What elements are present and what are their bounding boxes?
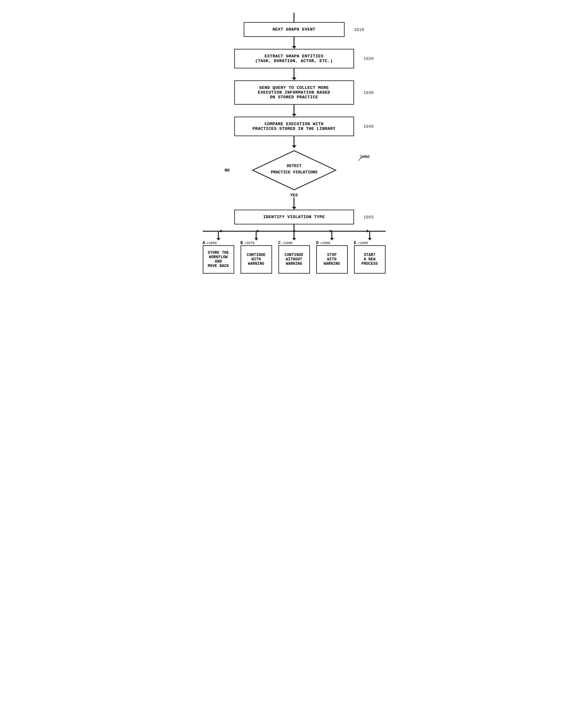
branch-d-stem xyxy=(331,232,332,238)
arrow-3 xyxy=(294,105,294,114)
branch-a-letter: A xyxy=(203,240,205,245)
branch-e-text: STARTA NEWPROCESS xyxy=(361,253,378,266)
branch-b-text: CONTINUEWITHWARNING xyxy=(247,253,266,266)
branch-d-wrapper: D ↗1090 STOPWITHWARNING xyxy=(316,232,348,274)
arrow-e xyxy=(368,238,372,240)
arrow-5 xyxy=(294,198,294,207)
extract-graph-wrapper: EXTRACT GRAPH ENTITIES(TASK, DURATION, A… xyxy=(234,49,354,68)
branch-a-stem xyxy=(218,232,219,238)
branch-b-box: CONTINUEWITHWARNING xyxy=(240,245,272,274)
branch-e-letter: E xyxy=(354,240,357,245)
branch-a-wrapper: A ↗1060 STORE THEWORKFLOW ANDMOVE BACK xyxy=(203,232,234,274)
no-label: NO xyxy=(225,168,230,173)
branch-c-ref: ↗1080 xyxy=(282,241,292,245)
branch-a-header: A ↗1060 xyxy=(203,240,217,245)
branch-c-wrapper: C ↗1080 CONTINUEWITHOUTWARNING xyxy=(278,232,310,274)
send-query-wrapper: SEND QUERY TO COLLECT MOREEXECUTION INFO… xyxy=(234,80,354,105)
identify-violation-box: IDENTIFY VIOLATION TYPE 1055 xyxy=(234,210,354,225)
branch-d-text: STOPWITHWARNING xyxy=(323,253,340,266)
identify-violation-text: IDENTIFY VIOLATION TYPE xyxy=(263,215,325,219)
arrow-1 xyxy=(294,37,294,46)
arrow-d xyxy=(330,238,334,240)
yes-label: YES xyxy=(290,193,298,198)
arrow-c xyxy=(292,238,296,240)
branch-b-wrapper: B ↗1070 CONTINUEWITHWARNING xyxy=(240,232,272,274)
send-query-box: SEND QUERY TO COLLECT MOREEXECUTION INFO… xyxy=(234,80,354,105)
next-graph-event-wrapper: NEXT GRAPH EVENT 1010 xyxy=(244,22,344,37)
branch-d-ref: ↗1090 xyxy=(320,241,330,245)
diamond-section: NO DETECT PRACTICE VIOLATIONS 1050 xyxy=(215,148,373,192)
branch-section: A ↗1060 STORE THEWORKFLOW ANDMOVE BACK B… xyxy=(196,225,392,274)
branch-c-box: CONTINUEWITHOUTWARNING xyxy=(278,245,310,274)
extract-graph-text: EXTRACT GRAPH ENTITIES(TASK, DURATION, A… xyxy=(255,54,333,63)
extract-graph-box: EXTRACT GRAPH ENTITIES(TASK, DURATION, A… xyxy=(234,49,354,68)
arrow-b xyxy=(254,238,258,240)
branch-c-stem xyxy=(294,232,294,238)
branch-e-header: E ↗1095 xyxy=(354,240,368,245)
ref-curve-1050 xyxy=(356,153,372,162)
branch-c-text: CONTINUEWITHOUTWARNING xyxy=(285,253,303,266)
diamond-svg: DETECT PRACTICE VIOLATIONS xyxy=(250,148,338,192)
branch-d-letter: D xyxy=(316,240,319,245)
branch-b-ref: ↗1070 xyxy=(244,241,254,245)
branch-d-box: STOPWITHWARNING xyxy=(316,245,348,274)
next-graph-event-box: NEXT GRAPH EVENT 1010 xyxy=(244,22,344,37)
branch-d-header: D ↗1090 xyxy=(316,240,331,245)
branch-e-wrapper: E ↗1095 STARTA NEWPROCESS xyxy=(354,232,385,274)
identify-violation-wrapper: IDENTIFY VIOLATION TYPE 1055 xyxy=(234,210,354,225)
branch-c-header: C ↗1080 xyxy=(278,240,293,245)
branch-b-stem xyxy=(256,232,257,238)
ref-1055: 1055 xyxy=(363,215,374,219)
svg-text:PRACTICE VIOLATIONS: PRACTICE VIOLATIONS xyxy=(271,170,317,175)
branch-b-letter: B xyxy=(240,240,243,245)
compare-execution-text: COMPARE EXECUTION WITHPRACTICES STORED I… xyxy=(253,122,336,131)
send-query-text: SEND QUERY TO COLLECT MOREEXECUTION INFO… xyxy=(258,85,331,100)
branch-c-letter: C xyxy=(278,240,281,245)
branch-e-ref: ↗1095 xyxy=(358,241,368,245)
branch-a-box: STORE THEWORKFLOW ANDMOVE BACK xyxy=(203,245,234,274)
arrow-a xyxy=(216,238,220,240)
bottom-branches: A ↗1060 STORE THEWORKFLOW ANDMOVE BACK B… xyxy=(203,232,385,274)
branch-e-stem xyxy=(369,232,370,238)
arrow-2 xyxy=(294,68,294,78)
compare-execution-wrapper: COMPARE EXECUTION WITHPRACTICES STORED I… xyxy=(234,117,354,136)
ref-1040: 1040 xyxy=(363,124,374,129)
branch-e-box: STARTA NEWPROCESS xyxy=(354,245,385,274)
branch-a-ref: ↗1060 xyxy=(206,241,216,245)
branch-a-text: STORE THEWORKFLOW ANDMOVE BACK xyxy=(206,251,231,268)
branch-b-header: B ↗1070 xyxy=(240,240,255,245)
flowchart-container: NEXT GRAPH EVENT 1010 EXTRACT GRAPH ENTI… xyxy=(184,6,404,274)
svg-text:DETECT: DETECT xyxy=(287,164,301,168)
arrow-4 xyxy=(294,136,294,146)
branch-dot-b xyxy=(256,230,258,232)
ref-1020: 1020 xyxy=(363,57,374,61)
ref-tick-1010 xyxy=(344,29,360,30)
compare-execution-box: COMPARE EXECUTION WITHPRACTICES STORED I… xyxy=(234,117,354,136)
entry-arrow xyxy=(294,13,294,22)
next-graph-event-text: NEXT GRAPH EVENT xyxy=(272,27,315,32)
branch-dot-e xyxy=(366,230,368,232)
ref-1030: 1030 xyxy=(363,90,374,95)
branch-dot-a xyxy=(220,230,222,232)
